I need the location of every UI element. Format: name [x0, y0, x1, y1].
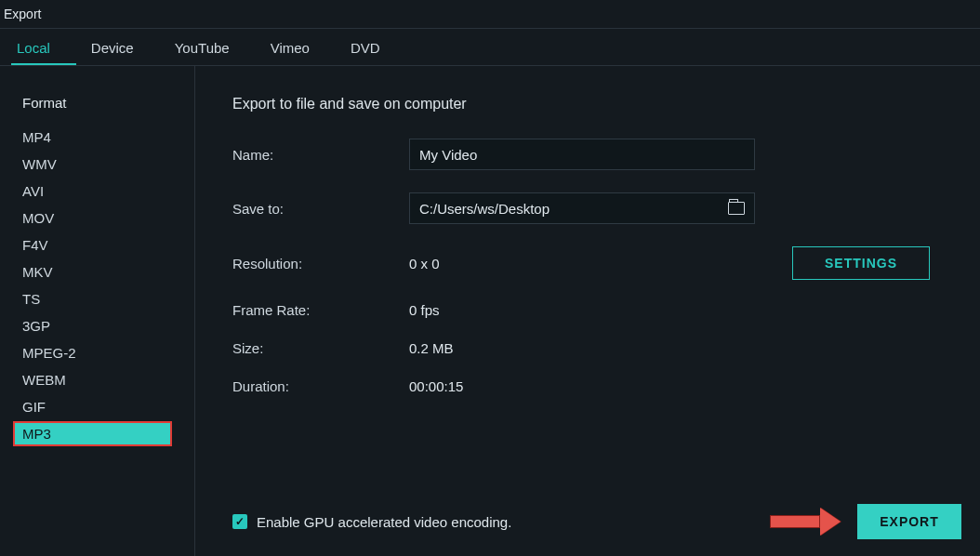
saveto-field[interactable]: C:/Users/ws/Desktop	[409, 192, 755, 224]
format-heading: Format	[0, 89, 194, 124]
gpu-checkbox[interactable]	[232, 514, 247, 529]
export-settings-panel: Export to file and save on computer Name…	[195, 66, 980, 556]
duration-value: 00:00:15	[409, 378, 463, 394]
name-label: Name:	[232, 147, 409, 163]
gpu-label: Enable GPU accelerated video encoding.	[257, 514, 511, 530]
tab-youtube[interactable]: YouTube	[169, 31, 256, 65]
row-duration: Duration: 00:00:15	[232, 378, 943, 394]
row-save-to: Save to: C:/Users/ws/Desktop	[232, 192, 943, 224]
row-name: Name:	[232, 139, 943, 170]
format-item-webm[interactable]: WEBM	[0, 366, 194, 393]
framerate-label: Frame Rate:	[232, 302, 409, 318]
format-item-mpeg2[interactable]: MPEG-2	[0, 339, 194, 366]
saveto-value: C:/Users/ws/Desktop	[419, 201, 550, 217]
format-item-3gp[interactable]: 3GP	[0, 312, 194, 339]
panel-title: Export to file and save on computer	[232, 96, 943, 113]
duration-label: Duration:	[232, 378, 409, 394]
name-input[interactable]	[409, 139, 755, 170]
format-item-ts[interactable]: TS	[0, 285, 194, 312]
format-sidebar: Format MP4 WMV AVI MOV F4V MKV TS 3GP MP…	[0, 66, 195, 556]
tab-device[interactable]: Device	[86, 31, 160, 65]
tab-local[interactable]: Local	[11, 31, 76, 65]
row-size: Size: 0.2 MB	[232, 340, 943, 356]
format-item-wmv[interactable]: WMV	[0, 151, 194, 178]
resolution-label: Resolution:	[232, 256, 409, 271]
dialog-body: Format MP4 WMV AVI MOV F4V MKV TS 3GP MP…	[0, 66, 980, 556]
format-item-mkv[interactable]: MKV	[0, 258, 194, 285]
format-item-mp3[interactable]: MP3	[0, 420, 194, 447]
settings-button[interactable]: SETTINGS	[792, 246, 930, 280]
framerate-value: 0 fps	[409, 302, 440, 318]
window-title-bar: Export	[0, 0, 980, 28]
size-value: 0.2 MB	[409, 340, 454, 356]
bottom-bar: Enable GPU accelerated video encoding. E…	[232, 504, 980, 539]
format-item-mov[interactable]: MOV	[0, 205, 194, 232]
tab-vimeo[interactable]: Vimeo	[265, 31, 336, 65]
row-resolution: Resolution: 0 x 0 SETTINGS	[232, 246, 943, 280]
size-label: Size:	[232, 340, 409, 356]
row-framerate: Frame Rate: 0 fps	[232, 302, 943, 318]
tab-dvd[interactable]: DVD	[345, 31, 406, 65]
format-item-avi[interactable]: AVI	[0, 178, 194, 205]
window-title: Export	[4, 7, 41, 21]
format-item-gif[interactable]: GIF	[0, 393, 194, 420]
format-item-mp4[interactable]: MP4	[0, 124, 194, 151]
format-item-f4v[interactable]: F4V	[0, 232, 194, 258]
folder-icon[interactable]	[728, 202, 745, 215]
export-button[interactable]: EXPORT	[857, 504, 961, 539]
saveto-label: Save to:	[232, 201, 409, 217]
resolution-value: 0 x 0	[409, 256, 440, 271]
tab-bar: Local Device YouTube Vimeo DVD	[0, 29, 980, 66]
